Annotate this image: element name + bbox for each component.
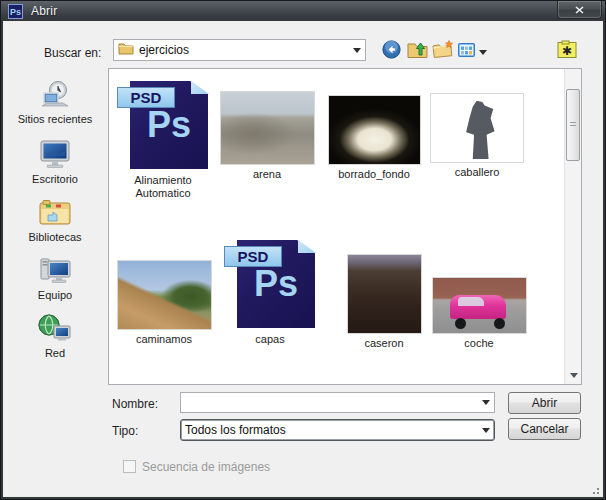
sidebar-item-label: Escritorio <box>5 173 105 185</box>
close-button[interactable] <box>557 1 602 19</box>
thumbnail-borrado-fondo <box>329 96 420 164</box>
thumbnail-caseron <box>348 255 421 333</box>
thumbnail-caminamos <box>118 261 211 329</box>
file-item-image[interactable]: coche <box>429 278 529 350</box>
image-sequence-checkbox <box>123 460 136 473</box>
sidebar-item-label: Red <box>5 347 105 359</box>
thumbnail-caballero <box>431 94 523 162</box>
back-circle-icon <box>382 40 401 63</box>
thumbnail-arena <box>221 92 314 164</box>
cancel-button[interactable]: Cancelar <box>508 418 581 440</box>
chevron-down-icon[interactable] <box>477 420 494 440</box>
new-folder-button[interactable] <box>432 40 454 62</box>
svg-text:✱: ✱ <box>562 43 572 57</box>
chevron-down-icon[interactable] <box>477 393 494 412</box>
psd-file-icon: Ps PSD <box>224 237 316 329</box>
close-icon <box>575 6 584 14</box>
open-dialog-window: Ps Abrir Buscar en: ejercicios <box>0 0 606 500</box>
file-type-value: Todos los formatos <box>185 423 286 437</box>
window-title: Abrir <box>31 4 57 18</box>
file-name: coche <box>429 337 529 350</box>
sidebar-item-label: Sitios recientes <box>5 113 105 125</box>
file-item-image[interactable]: caminamos <box>114 261 214 346</box>
scroll-down-icon[interactable] <box>565 367 582 383</box>
ps-glyph: Ps <box>237 263 315 305</box>
psd-badge: PSD <box>224 246 282 267</box>
recent-places-icon <box>5 79 105 111</box>
ps-glyph: Ps <box>130 104 208 146</box>
dialog-body: Buscar en: ejercicios <box>3 21 603 497</box>
folder-up-icon <box>407 39 428 63</box>
file-item-image[interactable]: caseron <box>334 255 434 350</box>
file-name: caseron <box>334 337 434 350</box>
thumbnail-coche <box>433 278 526 333</box>
file-name-label: Nombre: <box>112 397 158 411</box>
file-name: borrado_fondo <box>324 168 424 181</box>
computer-icon <box>5 255 105 287</box>
file-type-combobox[interactable]: Todos los formatos <box>180 419 495 441</box>
open-button[interactable]: Abrir <box>508 392 581 414</box>
sidebar-item-desktop[interactable]: Escritorio <box>5 139 105 185</box>
sidebar-item-recent-places[interactable]: Sitios recientes <box>5 79 105 125</box>
back-button[interactable] <box>380 40 402 62</box>
photoshop-app-icon: Ps <box>8 4 23 19</box>
file-item-image[interactable]: borrado_fondo <box>324 96 424 181</box>
scroll-up-icon[interactable] <box>565 70 582 86</box>
psd-file-icon: Ps PSD <box>117 78 209 170</box>
sidebar-item-libraries[interactable]: Bibliotecas <box>5 197 105 243</box>
file-name-combobox[interactable] <box>180 392 495 413</box>
scrollbar-thumb[interactable] <box>566 89 580 161</box>
up-one-level-button[interactable] <box>406 40 428 62</box>
version-cue-button[interactable]: ✱ <box>556 40 578 62</box>
view-grid-icon <box>457 42 476 62</box>
view-menu-button[interactable] <box>457 41 487 63</box>
psd-badge: PSD <box>117 87 175 108</box>
sidebar-item-label: Equipo <box>5 289 105 301</box>
resize-grip-icon[interactable] <box>590 485 600 495</box>
file-item-psd[interactable]: Ps PSD capas <box>217 237 323 346</box>
file-name: caballero <box>427 166 527 179</box>
sidebar-item-computer[interactable]: Equipo <box>5 255 105 301</box>
folder-icon <box>118 42 134 58</box>
sidebar-item-label: Bibliotecas <box>5 231 105 243</box>
network-icon <box>5 313 105 345</box>
look-in-label: Buscar en: <box>44 46 101 60</box>
file-name: caminamos <box>114 333 214 346</box>
new-folder-icon <box>432 39 454 63</box>
sidebar-item-network[interactable]: Red <box>5 313 105 359</box>
titlebar: Ps Abrir <box>1 1 605 21</box>
yellow-asterisk-folder-icon: ✱ <box>557 40 577 63</box>
chevron-down-icon <box>479 50 487 55</box>
file-item-image[interactable]: caballero <box>427 94 527 179</box>
look-in-value: ejercicios <box>139 43 189 57</box>
desktop-icon <box>5 139 105 171</box>
file-item-image[interactable]: arena <box>217 92 317 181</box>
chevron-down-icon[interactable] <box>348 40 365 60</box>
look-in-combobox[interactable]: ejercicios <box>113 39 366 61</box>
file-name: Alinamiento Automatico <box>110 174 216 200</box>
file-type-label: Tipo: <box>112 424 138 438</box>
file-name: arena <box>217 168 317 181</box>
libraries-icon <box>5 197 105 229</box>
pink-taxi <box>450 295 506 319</box>
vertical-scrollbar[interactable] <box>564 69 581 384</box>
file-item-psd[interactable]: Ps PSD Alinamiento Automatico <box>110 78 216 200</box>
file-name: capas <box>217 333 323 346</box>
image-sequence-label: Secuencia de imágenes <box>142 460 270 474</box>
